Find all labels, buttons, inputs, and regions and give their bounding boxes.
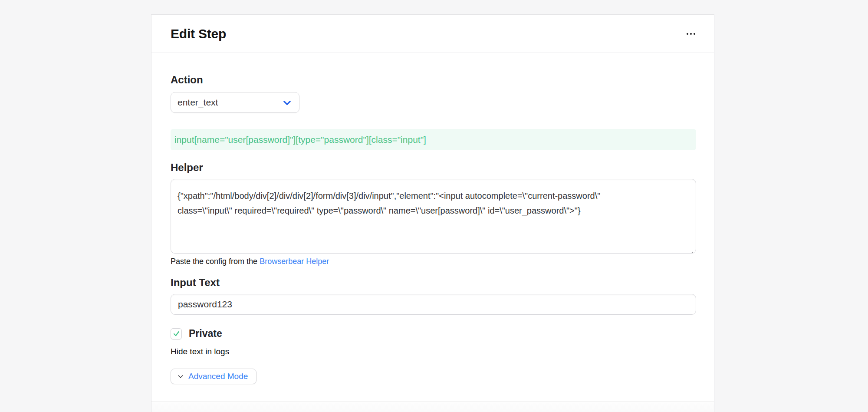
card-header: Edit Step [151, 15, 714, 53]
advanced-mode-button[interactable]: Advanced Mode [171, 369, 256, 384]
ellipsis-icon [687, 33, 688, 35]
private-checkbox[interactable] [171, 328, 182, 339]
card-footer [151, 402, 714, 412]
more-options-button[interactable] [686, 30, 696, 38]
private-checkbox-row: Private [171, 328, 695, 339]
edit-step-card: Edit Step Action enter_text input[name="… [151, 14, 714, 412]
action-label: Action [171, 75, 695, 85]
ellipsis-icon [694, 33, 695, 35]
input-text-field[interactable] [171, 294, 696, 315]
card-body: Action enter_text input[name="user[passw… [151, 53, 714, 402]
private-description: Hide text in logs [171, 347, 695, 356]
helper-hint: Paste the config from the Browserbear He… [171, 257, 695, 266]
ellipsis-icon [690, 33, 692, 35]
resize-handle-icon[interactable] [688, 245, 694, 251]
helper-textarea[interactable]: {"xpath":"/html/body/div[2]/div/div[2]/f… [171, 179, 696, 254]
checkmark-icon [173, 330, 180, 337]
chevron-down-icon [282, 98, 292, 108]
action-select-value: enter_text [178, 97, 218, 108]
helper-textarea-line: {"xpath":"/html/body/div[2]/div/div[2]/f… [178, 188, 688, 203]
page-title: Edit Step [171, 26, 226, 41]
browserbear-helper-link[interactable]: Browserbear Helper [260, 257, 329, 266]
action-select[interactable]: enter_text [171, 92, 299, 113]
helper-hint-text: Paste the config from the [171, 257, 260, 266]
chevron-down-icon [177, 373, 184, 380]
css-selector-preview: input[name="user[password]"][type="passw… [171, 129, 696, 150]
input-text-label: Input Text [171, 277, 695, 288]
helper-label: Helper [171, 162, 695, 173]
private-label: Private [189, 328, 222, 339]
advanced-mode-label: Advanced Mode [188, 372, 248, 381]
css-selector-text: input[name="user[password]"][type="passw… [174, 135, 426, 145]
helper-textarea-line: class=\"input\" required=\"required\" ty… [178, 203, 688, 218]
